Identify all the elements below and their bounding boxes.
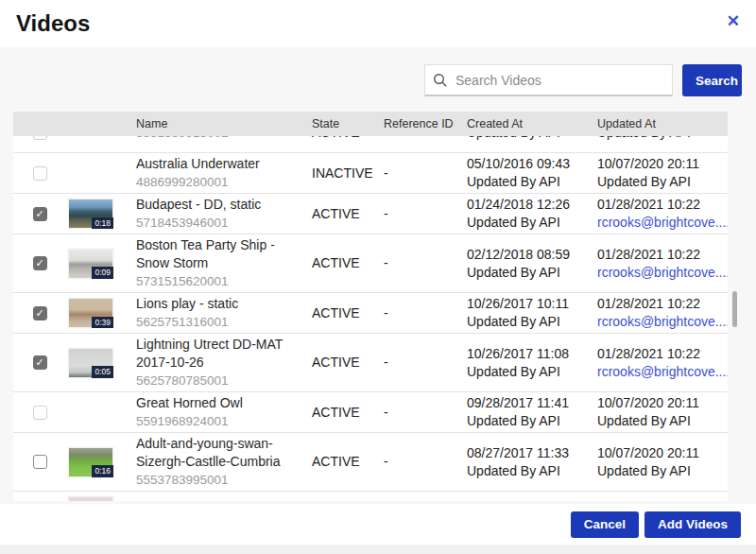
- updated-at-cell: 10/07/2020 20:11 Updated By API: [590, 394, 728, 430]
- thumbnail-cell: 0:39: [66, 298, 129, 328]
- created-at-cell: Updated By API: [459, 136, 590, 142]
- reference-id-cell: -: [376, 164, 459, 182]
- column-header-reference-id: Reference ID: [376, 117, 459, 130]
- state-cell: ACTIVE: [304, 304, 376, 322]
- video-thumbnail[interactable]: 0:18: [68, 199, 113, 229]
- thumbnail-cell: 0:16: [66, 447, 129, 477]
- updated-at-cell: 10/07/2020 20:11 Updated By API: [590, 444, 728, 480]
- row-checkbox[interactable]: ✓: [33, 355, 47, 370]
- created-date: 01/24/2018 12:26: [467, 196, 582, 214]
- video-id: 5591968924001: [136, 412, 297, 430]
- updated-by[interactable]: rcrooks@brightcove....: [597, 264, 728, 282]
- updated-date: 01/28/2021 10:22: [597, 345, 728, 363]
- row-checkbox[interactable]: [33, 455, 47, 469]
- reference-id-cell: -: [376, 205, 459, 223]
- created-by: Updated By API: [467, 412, 582, 430]
- table-row[interactable]: 0:16 Adult-and-young-swan-Sizergh-Castll…: [13, 433, 728, 492]
- created-date: 10/26/2017 11:08: [467, 345, 582, 363]
- video-thumbnail[interactable]: 0:05: [68, 348, 113, 378]
- created-date: 08/27/2017 11:33: [467, 444, 582, 462]
- cancel-button[interactable]: Cancel: [571, 511, 639, 538]
- updated-by: Updated By API: [597, 136, 720, 142]
- video-id: 5553783995001: [136, 471, 297, 489]
- table-scrollbar-thumb[interactable]: [732, 291, 737, 327]
- table-row[interactable]: Lightning-Utrecht 08/27/2017 10:52 10/07…: [13, 492, 728, 501]
- created-by: Updated By API: [467, 214, 582, 232]
- state-cell: ACTIVE: [304, 254, 376, 272]
- created-by: Updated By API: [467, 363, 582, 381]
- row-checkbox[interactable]: ✓: [33, 306, 47, 320]
- table-row[interactable]: ✓ 0:05 Lightning Utrect DD-MAT 2017-10-2…: [13, 334, 728, 392]
- video-name: Lions play - static: [136, 295, 297, 313]
- table-row[interactable]: ✓ 0:18 Budapest - DD, static 57184539460…: [13, 194, 728, 234]
- table-row[interactable]: ✓ 0:39 Lions play - static 5625751316001…: [13, 293, 728, 334]
- video-thumbnail[interactable]: 0:39: [68, 298, 113, 328]
- table-row[interactable]: 3851389913001 ACTIVE - Updated By API Up…: [13, 136, 728, 153]
- name-cell: Lightning Utrect DD-MAT 2017-10-26 56257…: [129, 336, 304, 390]
- table-header: NameStateReference IDCreated AtUpdated A…: [13, 112, 728, 136]
- checkbox-cell: [13, 455, 66, 469]
- reference-id-cell: -: [376, 136, 459, 142]
- updated-by[interactable]: rcrooks@brightcove....: [597, 214, 728, 232]
- video-thumbnail[interactable]: 0:16: [68, 447, 113, 477]
- created-date: 02/12/2018 08:59: [467, 246, 582, 264]
- row-checkbox[interactable]: [33, 406, 47, 420]
- search-button[interactable]: Search: [682, 64, 742, 96]
- video-id: 5625751316001: [136, 313, 297, 331]
- name-cell: Budapest - DD, static 5718453946001: [129, 196, 304, 232]
- name-cell: 3851389913001: [129, 136, 304, 142]
- row-checkbox[interactable]: ✓: [33, 256, 47, 270]
- created-at-cell: 05/10/2016 09:43 Updated By API: [459, 155, 590, 191]
- updated-by: Updated By API: [597, 462, 720, 480]
- search-box: [424, 64, 673, 96]
- reference-id-cell: -: [376, 453, 459, 471]
- reference-id-cell: -: [376, 304, 459, 322]
- column-header-name: Name: [129, 117, 304, 130]
- video-id: 5731515620001: [136, 272, 297, 290]
- created-at-cell: 08/27/2017 11:33 Updated By API: [459, 444, 590, 480]
- video-name: Boston Tea Party Ship - Snow Storm: [136, 236, 297, 272]
- modal-footer: Cancel Add Videos: [0, 504, 756, 545]
- table-row[interactable]: Great Horned Owl 5591968924001 ACTIVE - …: [13, 392, 728, 433]
- updated-at-cell: 01/28/2021 10:22 rcrooks@brightcove....: [590, 295, 728, 331]
- updated-by[interactable]: rcrooks@brightcove....: [597, 363, 728, 381]
- video-thumbnail[interactable]: [68, 496, 113, 502]
- close-icon[interactable]: ✕: [722, 9, 745, 33]
- thumbnail-cell: [66, 496, 129, 502]
- name-cell: Great Horned Owl 5591968924001: [129, 394, 304, 430]
- created-by: Updated By API: [467, 136, 582, 142]
- reference-id-cell: -: [376, 354, 459, 372]
- updated-date: 01/28/2021 10:22: [597, 246, 728, 264]
- updated-at-cell: 01/28/2021 10:22 rcrooks@brightcove....: [590, 345, 728, 381]
- table-row[interactable]: ✓ 0:09 Boston Tea Party Ship - Snow Stor…: [13, 234, 728, 293]
- search-input[interactable]: [455, 73, 664, 88]
- videos-table: NameStateReference IDCreated AtUpdated A…: [13, 112, 728, 501]
- row-checkbox[interactable]: [33, 166, 47, 181]
- updated-at-cell: 01/28/2021 10:22 rcrooks@brightcove....: [590, 246, 728, 282]
- video-thumbnail[interactable]: 0:09: [68, 249, 113, 279]
- duration-badge: 0:39: [92, 317, 113, 329]
- updated-at-cell: Updated By API: [590, 136, 728, 142]
- created-at-cell: 02/12/2018 08:59 Updated By API: [459, 246, 590, 282]
- add-videos-button[interactable]: Add Videos: [644, 511, 741, 538]
- thumbnail-cell: [66, 136, 129, 148]
- state-cell: ACTIVE: [304, 354, 376, 372]
- video-id: 5625780785001: [136, 372, 297, 390]
- video-name: Adult-and-young-swan-Sizergh-Castlle-Cum…: [136, 435, 297, 471]
- name-cell: Adult-and-young-swan-Sizergh-Castlle-Cum…: [129, 435, 304, 489]
- checkbox-cell: ✓: [13, 207, 66, 221]
- videos-modal: Videos ✕ Search NameStateReference IDCre…: [0, 0, 756, 554]
- created-by: Updated By API: [467, 313, 582, 331]
- thumbnail-cell: 0:09: [66, 249, 129, 279]
- table-row[interactable]: Australia Underwater 4886999280001 INACT…: [13, 153, 728, 194]
- updated-date: 10/07/2020 20:11: [597, 155, 720, 173]
- thumbnail-cell: 0:18: [66, 199, 129, 229]
- updated-by[interactable]: rcrooks@brightcove....: [597, 313, 728, 331]
- row-checkbox[interactable]: [33, 136, 47, 140]
- thumbnail-cell: 0:05: [66, 348, 129, 378]
- row-checkbox[interactable]: ✓: [33, 207, 47, 221]
- search-icon: [433, 73, 448, 88]
- column-header-updated-at: Updated At: [590, 117, 728, 130]
- modal-titlebar: Videos ✕: [0, 0, 756, 47]
- name-cell: Boston Tea Party Ship - Snow Storm 57315…: [129, 236, 304, 290]
